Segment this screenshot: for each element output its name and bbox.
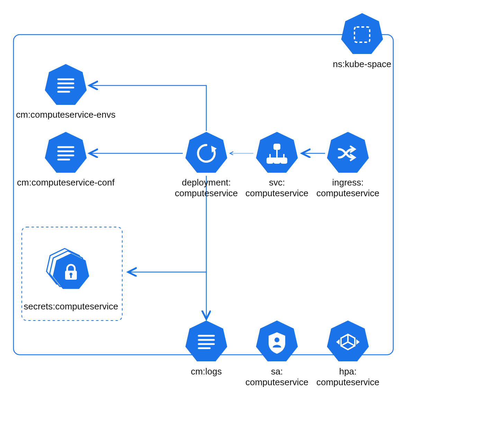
node-secrets xyxy=(46,249,89,289)
node-deployment xyxy=(186,132,227,173)
node-ingress xyxy=(327,132,369,173)
label-cm-conf: cm:computeservice-conf xyxy=(14,177,118,188)
label-cm-envs: cm:computeservice-envs xyxy=(14,109,118,120)
svg-point-27 xyxy=(274,337,279,342)
label-namespace: ns:kube-space xyxy=(323,59,402,70)
svg-rect-20 xyxy=(267,158,273,163)
node-svc xyxy=(256,132,298,173)
label-hpa: hpa: computeservice xyxy=(310,366,386,388)
svg-rect-12 xyxy=(70,275,72,278)
diagram-root: ns:kube-space cm:computeservice-envs cm:… xyxy=(0,0,504,433)
label-deployment: deployment: computeservice xyxy=(165,177,248,199)
svg-rect-22 xyxy=(281,158,287,163)
node-hpa xyxy=(327,321,369,361)
label-sa: sa: computeservice xyxy=(239,366,315,388)
node-sa xyxy=(256,321,298,361)
label-secrets: secrets:computeservice xyxy=(19,301,123,312)
node-namespace xyxy=(341,13,383,54)
label-cm-logs: cm:logs xyxy=(173,366,240,377)
svg-rect-19 xyxy=(274,144,280,149)
node-cm-conf xyxy=(45,132,87,173)
node-cm-logs xyxy=(186,321,227,361)
svg-rect-21 xyxy=(274,158,280,163)
label-svc: svc: computeservice xyxy=(239,177,315,199)
node-cm-envs xyxy=(45,64,87,105)
label-ingress: ingress: computeservice xyxy=(310,177,386,199)
